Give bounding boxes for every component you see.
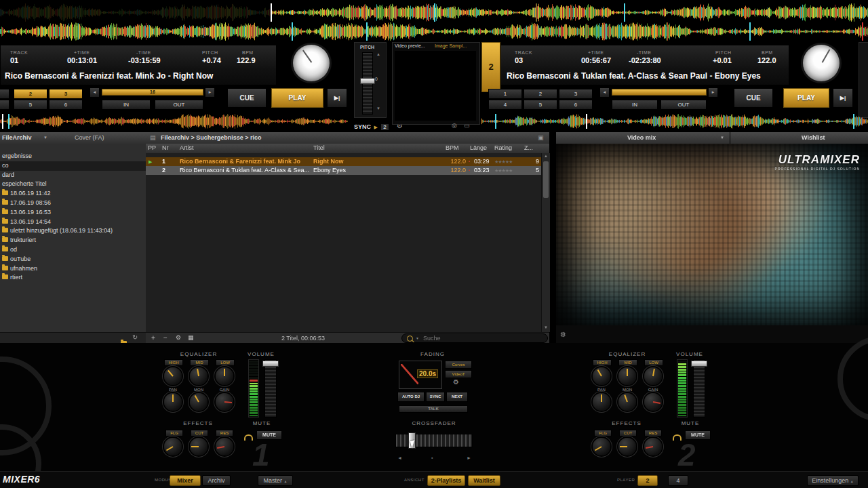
deck1-flg-knob[interactable]: [164, 438, 182, 455]
refresh-icon[interactable]: ↻: [132, 333, 138, 341]
deck2-res-button[interactable]: RES: [644, 430, 662, 436]
deck2-mon-knob[interactable]: [618, 393, 636, 411]
cover-tab[interactable]: Cover (FA): [75, 134, 104, 141]
deck1-flanger-button[interactable]: FLG: [165, 430, 183, 436]
col-z[interactable]: Z...: [524, 144, 538, 152]
deck1-pan-knob[interactable]: [164, 393, 182, 411]
sidebar-item[interactable]: ergebnisse: [0, 152, 146, 161]
deck2-play-button[interactable]: PLAY: [783, 88, 829, 108]
deck2-cut-button[interactable]: CUT: [619, 430, 637, 436]
deck1-loop-left-button[interactable]: ◄: [90, 87, 100, 98]
sidebar-item[interactable]: od: [0, 245, 146, 255]
deck1-loop-bar[interactable]: 16: [102, 89, 203, 96]
deck1-jog-wheel[interactable]: [293, 45, 330, 81]
deck2-mid-kill-button[interactable]: MID: [618, 359, 637, 366]
col-bpm[interactable]: BPM: [446, 144, 466, 152]
crossfade-left-icon[interactable]: ◄: [397, 455, 402, 460]
deck2-cut-knob[interactable]: [618, 438, 636, 455]
deck2-mid-knob[interactable]: [618, 367, 636, 385]
col-nr[interactable]: Nr: [162, 144, 176, 152]
crossfade-center-icon[interactable]: ▪: [431, 455, 433, 460]
deck2-jog-wheel[interactable]: [803, 45, 840, 81]
video-transition-button[interactable]: VideoT: [445, 370, 472, 378]
sidebar-item[interactable]: rtiert: [0, 273, 146, 283]
sidebar-item[interactable]: dard: [0, 171, 146, 180]
deck1-mid-kill-button[interactable]: MID: [190, 359, 209, 366]
table-row[interactable]: ▶ 1 Rico Bernasconi & Farenizzi feat. Mi…: [146, 157, 541, 166]
deck2-loop-in-button[interactable]: IN: [612, 100, 658, 110]
deck2-loop-left-button[interactable]: ◄: [599, 87, 610, 98]
deck1-play-button[interactable]: PLAY: [271, 88, 323, 108]
curves-button[interactable]: Curves: [445, 361, 472, 369]
deck1-hotcue-1[interactable]: 1: [0, 89, 9, 99]
table-row[interactable]: 2 Rico Bernasconi & Tuklan feat. A-Class…: [146, 166, 541, 175]
deck1-cue-button[interactable]: CUE: [227, 88, 267, 108]
deck2-hotcue-3[interactable]: 3: [559, 89, 593, 99]
crossfade-right-icon[interactable]: ►: [467, 455, 471, 460]
add-track-button[interactable]: +: [151, 334, 155, 342]
player-2-button[interactable]: 2: [637, 475, 658, 486]
deck2-high-kill-button[interactable]: HIGH: [593, 359, 612, 366]
deck2-pitch-slider[interactable]: [859, 42, 868, 118]
table-scrollbar[interactable]: ▲ ▼: [541, 153, 550, 332]
sidebar-item[interactable]: trukturiert: [0, 236, 146, 245]
fade-settings-gear-icon[interactable]: ⚙: [453, 378, 459, 386]
deck2-volume-handle[interactable]: [691, 361, 707, 367]
table-settings-icon[interactable]: ⚙: [176, 334, 181, 341]
col-pp[interactable]: PP: [148, 144, 159, 152]
deck1-hotcue-5[interactable]: 5: [14, 100, 47, 110]
sidebar-item[interactable]: 18.06.19 11:42: [0, 189, 146, 199]
deck2-waveform[interactable]: [0, 22, 868, 41]
col-artist[interactable]: Artist: [180, 144, 309, 152]
settings-button[interactable]: Einstellungen ▲: [807, 475, 859, 486]
deck2-loop-out-button[interactable]: OUT: [660, 100, 707, 110]
search-options-icon[interactable]: ▼: [416, 336, 419, 340]
deck1-hotcue-6[interactable]: 6: [49, 100, 83, 110]
deck1-next-track-button[interactable]: ▶|: [327, 88, 347, 108]
panel-toggle-icon[interactable]: ▣: [538, 134, 544, 141]
auto-dj-button[interactable]: AUTO DJ: [397, 392, 425, 402]
video-mix-screen[interactable]: ULTRAMIXER PROFESSIONAL DIGITAL DJ SOLUT…: [556, 144, 868, 325]
deck1-mid-knob[interactable]: [190, 367, 208, 385]
sidebar-item[interactable]: uletzt hinzugefügt (18.06.19 11:43:04): [0, 226, 146, 236]
playlists-view-button[interactable]: 2-Playlists: [427, 475, 465, 486]
talk-button[interactable]: TALK: [399, 405, 468, 413]
sidebar-item[interactable]: 13.06.19 14:54: [0, 218, 146, 227]
video-preview-screen[interactable]: [395, 51, 476, 121]
deck2-pan-knob[interactable]: [593, 393, 610, 411]
deck2-hotcue-1[interactable]: 1: [488, 89, 522, 99]
wishlist-tab[interactable]: Wishlist: [802, 134, 825, 141]
sidebar-item[interactable]: espeicherte Titel: [0, 180, 146, 189]
monitor-icon[interactable]: ▭: [464, 122, 470, 129]
deck2-low-knob[interactable]: [644, 367, 662, 385]
deck1-mon-knob[interactable]: [190, 393, 208, 411]
view-grid-icon[interactable]: ▦: [188, 334, 194, 341]
deck1-cut-knob[interactable]: [190, 438, 208, 455]
sidebar-item[interactable]: 17.06.19 08:56: [0, 199, 146, 208]
deck2-flg-knob[interactable]: [593, 438, 610, 455]
video-mix-dropdown[interactable]: Video mix: [627, 134, 656, 141]
waitlist-view-button[interactable]: Waitlist: [468, 475, 500, 486]
sidebar-item[interactable]: 13.06.19 16:53: [0, 208, 146, 218]
modus-mixer-button[interactable]: Mixer: [170, 475, 201, 486]
crossfader-track[interactable]: [395, 434, 473, 447]
deck2-volume-fader[interactable]: [693, 359, 705, 418]
deck1-loop-right-button[interactable]: ►: [205, 87, 215, 98]
scroll-up-icon[interactable]: ▲: [544, 154, 548, 158]
deck2-low-kill-button[interactable]: LOW: [644, 359, 663, 366]
search-input[interactable]: [422, 334, 533, 342]
deck1-low-knob[interactable]: [216, 367, 233, 385]
remove-track-button[interactable]: −: [163, 334, 167, 342]
deck1-gain-knob[interactable]: [216, 393, 233, 411]
player-4-button[interactable]: 4: [668, 475, 688, 486]
deck2-cue-button[interactable]: CUE: [734, 88, 773, 108]
deck2-gain-knob[interactable]: [644, 393, 662, 411]
scrollbar-thumb[interactable]: [543, 161, 549, 198]
col-rating[interactable]: Rating: [494, 144, 519, 152]
camera-icon[interactable]: ◎: [452, 122, 457, 129]
next-button[interactable]: NEXT: [446, 392, 468, 402]
deck1-sync-button[interactable]: SYNC: [354, 123, 371, 130]
deck1-loop-out-button[interactable]: OUT: [155, 100, 203, 110]
deck1-hotcue-3[interactable]: 3: [49, 89, 83, 99]
chevron-down-icon[interactable]: ▼: [720, 136, 724, 140]
